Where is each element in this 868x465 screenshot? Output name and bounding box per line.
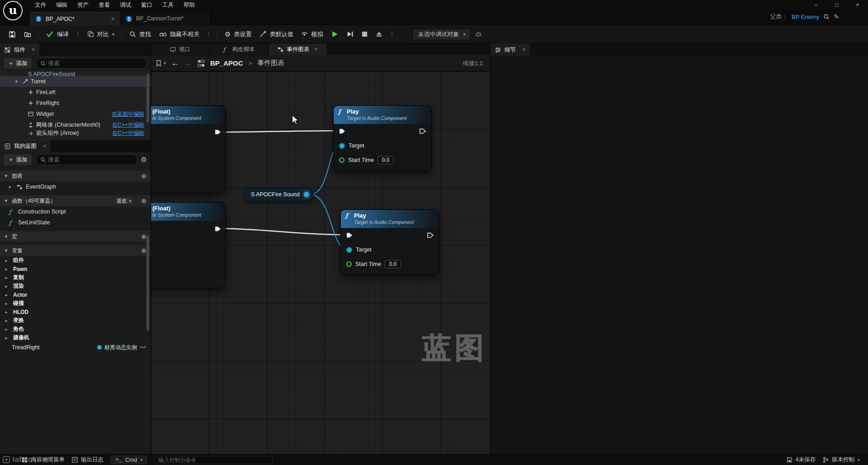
start-time-input[interactable] xyxy=(385,260,401,268)
var-category-replication[interactable]: ▸复制 xyxy=(0,273,151,282)
tab-bp-apoc[interactable]: BP_APOC* × xyxy=(30,12,120,25)
graph-canvas[interactable]: 蓝图 (Float) le System Component (Float) xyxy=(151,71,490,454)
eye-closed-icon[interactable] xyxy=(140,345,146,350)
maximize-button[interactable]: □ xyxy=(826,0,847,10)
menu-file[interactable]: 文件 xyxy=(30,0,51,10)
hide-unrelated-button[interactable]: 隐藏不相关 xyxy=(155,28,203,41)
caret-down-icon[interactable]: ▾ xyxy=(15,79,20,84)
exec-in-pin[interactable] xyxy=(339,128,345,134)
edit-in-cpp-link[interactable]: 在C++中编辑 xyxy=(112,121,144,129)
find-button[interactable]: 查找 xyxy=(125,28,155,41)
edit-parent-icon[interactable]: ✎ xyxy=(834,13,839,20)
hide-options-icon[interactable]: ⋮ xyxy=(203,31,214,38)
tab-details[interactable]: 细节 × xyxy=(491,43,530,56)
target-pin[interactable] xyxy=(339,143,345,149)
cmd-dropdown[interactable]: >_ Cmd ▾ xyxy=(111,456,147,464)
tree-row-turret[interactable]: ▾ Turret xyxy=(0,76,151,87)
menu-view[interactable]: 查看 xyxy=(94,0,115,10)
tab-construction-script[interactable]: ƒ 构造脚本 xyxy=(210,43,269,55)
compile-options-icon[interactable]: ⋮ xyxy=(73,31,83,38)
var-category-camera[interactable]: ▸摄像机 xyxy=(0,333,151,342)
breadcrumb-root[interactable]: BP_APOC xyxy=(210,59,243,67)
menu-tools[interactable]: 工具 xyxy=(157,0,179,10)
search-icon[interactable] xyxy=(823,14,830,20)
exec-out-pin[interactable] xyxy=(215,226,221,232)
close-tab-icon[interactable]: × xyxy=(314,46,317,52)
save-button[interactable] xyxy=(5,28,20,41)
exec-out-pin[interactable] xyxy=(420,128,426,134)
var-category-components[interactable]: ▸组件 xyxy=(0,256,151,265)
menu-edit[interactable]: 编辑 xyxy=(51,0,72,10)
frame-skip-button[interactable] xyxy=(343,28,358,41)
tri-right-icon[interactable]: ▸ xyxy=(9,185,14,189)
node-particle-float-bottom[interactable]: (Float) le System Component xyxy=(151,202,226,288)
section-graphs[interactable]: ▼ 图表 ⊕ xyxy=(0,171,151,181)
node-play-bottom[interactable]: ƒ Play Target is Audio Component Target … xyxy=(340,209,439,275)
section-variables[interactable]: ▼ 变量 ⊕ xyxy=(0,245,151,256)
tree-row-widget[interactable]: Widget 在蓝图中编辑 xyxy=(0,109,151,119)
add-graph-icon[interactable]: ⊕ xyxy=(141,172,146,180)
var-category-pawn[interactable]: ▸Pawn xyxy=(0,265,151,273)
item-construction-script[interactable]: ƒ Construction Script xyxy=(0,206,151,217)
close-window-button[interactable]: × xyxy=(847,0,868,10)
play-options-icon[interactable]: ⋮ xyxy=(387,31,397,38)
debug-browse-button[interactable] xyxy=(471,28,486,41)
var-category-character[interactable]: ▸角色 xyxy=(0,325,151,333)
close-panel-icon[interactable]: × xyxy=(43,143,46,149)
class-settings-button[interactable]: ⚙ 类设置 xyxy=(221,28,255,41)
unreal-logo-icon[interactable]: u xyxy=(3,1,23,20)
tree-row-fireright[interactable]: FireRight xyxy=(0,98,151,109)
close-panel-icon[interactable]: × xyxy=(522,47,525,53)
close-tab-icon[interactable]: × xyxy=(111,15,114,22)
add-macro-icon[interactable]: ⊕ xyxy=(141,233,146,240)
tree-row-charactermesh[interactable]: 网格体 (CharacterMesh0) 在C++中编辑 xyxy=(0,119,151,130)
section-functions[interactable]: ▼ 函数（45可覆盖） 重载 ▾ ⊕ xyxy=(0,195,151,206)
tab-components[interactable]: 组件 × xyxy=(0,43,39,56)
forward-button[interactable]: → xyxy=(184,59,192,68)
exec-out-pin[interactable] xyxy=(215,129,221,135)
overload-dropdown[interactable]: 重载 ▾ xyxy=(113,197,135,205)
tree-row-clipped[interactable]: S APOCFireSound xyxy=(0,71,151,76)
section-macros[interactable]: ▼ 宏 ⊕ xyxy=(0,231,151,242)
start-time-input[interactable] xyxy=(377,156,394,164)
back-button[interactable]: ← xyxy=(171,59,179,68)
console-input[interactable] xyxy=(154,456,273,464)
simulate-button[interactable]: 模拟 xyxy=(297,28,327,41)
add-blueprint-item-button[interactable]: ＋ 添加 xyxy=(4,154,32,165)
stop-button[interactable] xyxy=(358,28,372,41)
search-settings-gear-icon[interactable]: ⚙ xyxy=(141,156,147,164)
node-sound-getter[interactable]: S APOCFire Sound xyxy=(244,188,314,201)
var-treadright[interactable]: TreadRight 材质动态实例 xyxy=(0,342,151,353)
tab-event-graph[interactable]: 事件图表 × xyxy=(269,43,327,55)
node-particle-float-top[interactable]: (Float) le System Component xyxy=(151,105,226,192)
var-category-collision[interactable]: ▸碰撞 xyxy=(0,299,151,308)
debug-object-dropdown[interactable]: 未选中调试对象 ▾ xyxy=(412,28,471,40)
play-button[interactable] xyxy=(327,28,343,41)
add-function-icon[interactable]: ⊕ xyxy=(141,197,146,204)
edit-in-blueprint-link[interactable]: 在蓝图中编辑 xyxy=(112,110,144,118)
browse-asset-button[interactable] xyxy=(20,28,35,41)
unsaved-indicator[interactable]: 4未保存 xyxy=(787,456,816,464)
bookmarks-dropdown[interactable]: ▾ xyxy=(156,60,166,66)
tab-bp-cannonturret[interactable]: BP_CannonTurret* xyxy=(120,12,211,25)
components-searchbox[interactable] xyxy=(36,58,147,69)
menu-help[interactable]: 帮助 xyxy=(179,0,200,10)
version-control-button[interactable]: 版本控制 ▾ xyxy=(823,456,860,464)
compile-button[interactable]: 编译 xyxy=(42,28,73,41)
menu-debug[interactable]: 调试 xyxy=(115,0,136,10)
eject-button[interactable] xyxy=(372,28,387,41)
output-log-button[interactable]: 输出日志 xyxy=(72,456,104,464)
add-component-button[interactable]: ＋ 添加 xyxy=(4,58,32,69)
item-eventgraph[interactable]: ▸ EventGraph xyxy=(0,181,151,192)
edit-in-cpp-link[interactable]: 在C++中编辑 xyxy=(112,130,144,136)
components-scrollbar[interactable] xyxy=(146,74,149,123)
components-search-input[interactable] xyxy=(48,60,143,66)
tree-row-arrow[interactable]: 箭头组件 (Arrow) 在C++中编辑 xyxy=(0,130,151,136)
breadcrumb-current[interactable]: 事件图表 xyxy=(257,59,284,67)
var-category-hlod[interactable]: ▸HLOD xyxy=(0,308,151,316)
minimize-button[interactable]: – xyxy=(806,0,826,10)
audio-out-pin[interactable] xyxy=(304,192,309,197)
var-category-transform[interactable]: ▸变换 xyxy=(0,316,151,325)
exec-in-pin[interactable] xyxy=(346,232,353,238)
start-time-pin[interactable] xyxy=(346,261,352,267)
